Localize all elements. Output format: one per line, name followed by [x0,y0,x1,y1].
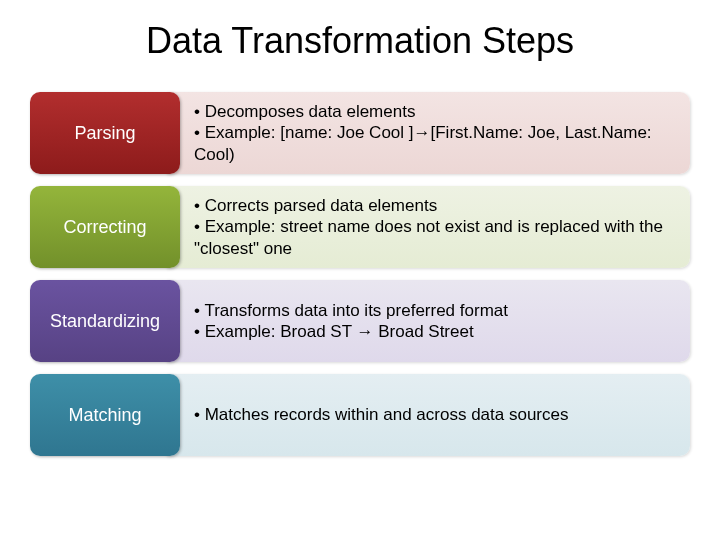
step-bullet: Transforms data into its preferred forma… [194,300,508,321]
step-bullet: Example: [name: Joe Cool ]→[First.Name: … [194,122,676,165]
step-content: Matches records within and across data s… [166,374,690,456]
step-row-parsing: Parsing Decomposes data elements Example… [30,92,690,174]
step-content: Transforms data into its preferred forma… [166,280,690,362]
step-label: Parsing [30,92,180,174]
steps-container: Parsing Decomposes data elements Example… [30,92,690,456]
step-bullet: Example: Broad ST → Broad Street [194,321,508,342]
step-bullet: Corrects parsed data elements [194,195,676,216]
step-label: Standardizing [30,280,180,362]
step-content: Corrects parsed data elements Example: s… [166,186,690,268]
step-bullet: Example: street name does not exist and … [194,216,676,259]
step-label: Correcting [30,186,180,268]
step-bullet: Decomposes data elements [194,101,676,122]
step-content: Decomposes data elements Example: [name:… [166,92,690,174]
page-title: Data Transformation Steps [30,20,690,62]
step-row-matching: Matching Matches records within and acro… [30,374,690,456]
step-row-standardizing: Standardizing Transforms data into its p… [30,280,690,362]
step-row-correcting: Correcting Corrects parsed data elements… [30,186,690,268]
step-bullet: Matches records within and across data s… [194,404,568,425]
step-label: Matching [30,374,180,456]
